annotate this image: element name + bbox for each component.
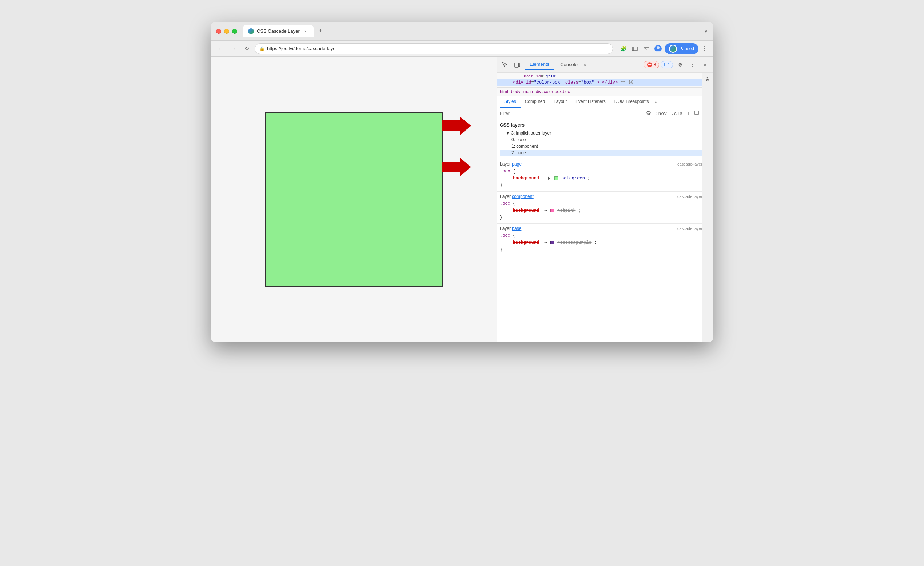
layer-base-prefix: Layer base (500, 226, 521, 231)
layer-base-link[interactable]: base (512, 226, 521, 231)
css-selector-page: .box (500, 169, 510, 174)
css-value-hotpink: hotpink (557, 208, 576, 213)
breadcrumb-body[interactable]: body (511, 89, 520, 94)
svg-rect-8 (518, 64, 520, 66)
device-toggle-button[interactable] (512, 60, 522, 70)
color-swatch-palegreen[interactable] (554, 176, 558, 180)
traffic-lights (216, 29, 237, 34)
css-rule-base: .box { background :→ rebeccapurple ; } (500, 233, 710, 254)
profile-icon[interactable] (653, 44, 663, 54)
devtools-icon[interactable] (630, 44, 640, 54)
layer-triangle: ▼ (506, 131, 511, 136)
cls-button[interactable]: .cls (670, 110, 684, 117)
cast-icon[interactable] (641, 44, 651, 54)
subtab-styles[interactable]: Styles (500, 96, 520, 108)
traffic-light-yellow[interactable] (224, 29, 229, 34)
dom-selected-element[interactable]: <div id="color-box" class="box" > </div>… (497, 79, 713, 86)
layer-item-base[interactable]: 0: base (500, 137, 710, 143)
layer-item-page[interactable]: 2: page (500, 150, 710, 156)
devtools-settings-button[interactable]: ⚙ (675, 60, 686, 70)
new-stylesheet-button[interactable] (693, 110, 700, 117)
paused-label: Paused (679, 46, 694, 51)
tab-elements[interactable]: Elements (525, 59, 554, 70)
subtab-layout[interactable]: Layout (549, 96, 571, 108)
reload-button[interactable]: ↻ (242, 44, 252, 54)
style-rule-component-header: Layer component cascade-layer:322 (500, 194, 710, 199)
color-swatch-hotpink[interactable] (550, 209, 554, 212)
url-bar[interactable]: 🔒 https://jec.fyi/demo/cascade-layer (255, 43, 613, 54)
subtabs-more-button[interactable]: » (655, 99, 658, 105)
devtools-panel: Elements Console » ⛔ 8 ℹ 4 ⚙ ⋮ ✕ (496, 57, 713, 342)
filter-refresh-icon[interactable] (645, 110, 652, 117)
styles-panel: CSS layers ▼ 3: implicit outer layer 0: … (497, 119, 713, 342)
paused-avatar (669, 45, 677, 53)
lock-icon: 🔒 (260, 46, 265, 51)
new-tab-button[interactable]: + (316, 26, 326, 36)
hov-button[interactable]: :hov (654, 110, 668, 117)
devtools-close-button[interactable]: ✕ (700, 60, 710, 70)
element-breadcrumb: html body main div#color-box.box (497, 88, 713, 96)
layer-page-label: 2: page (512, 150, 526, 155)
tab-favicon (248, 29, 254, 34)
layer-component-link[interactable]: component (512, 194, 533, 199)
paused-button[interactable]: Paused (664, 43, 699, 54)
error-badge[interactable]: ⛔ 8 (644, 61, 660, 68)
inspect-element-button[interactable] (500, 60, 510, 70)
svg-rect-10 (695, 111, 699, 114)
css-selector-component: .box (500, 201, 510, 206)
extensions-icon[interactable]: 🧩 (618, 44, 628, 54)
style-rule-base-header: Layer base cascade-layer:317 (500, 226, 710, 231)
forward-button[interactable]: → (228, 44, 238, 54)
subtab-event-listeners[interactable]: Event Listeners (571, 96, 610, 108)
webpage-area (211, 57, 496, 342)
layer-page-link[interactable]: page (512, 162, 522, 167)
tab-close-button[interactable]: × (303, 29, 309, 34)
svg-rect-7 (515, 63, 518, 67)
style-rule-page: Layer page cascade-layer:312 .box { back… (497, 159, 713, 192)
layer-item-outer[interactable]: ▼ 3: implicit outer layer (500, 130, 710, 137)
traffic-light-red[interactable] (216, 29, 221, 34)
breadcrumb-main[interactable]: main (524, 89, 533, 94)
devtools-more-tabs[interactable]: » (584, 62, 586, 68)
address-bar: ← → ↻ 🔒 https://jec.fyi/demo/cascade-lay… (211, 41, 713, 57)
devtools-badges: ⛔ 8 ℹ 4 (644, 61, 673, 68)
styles-toolbar: :hov .cls + (497, 108, 713, 119)
devtools-more-options-button[interactable]: ⋮ (687, 60, 698, 70)
accessibility-panel: ♿ (702, 73, 713, 342)
add-style-button[interactable]: + (686, 110, 691, 117)
filter-input[interactable] (500, 111, 643, 116)
url-text: https://jec.fyi/demo/cascade-layer (267, 46, 337, 51)
layer-component-prefix: Layer component (500, 194, 534, 199)
breadcrumb-html[interactable]: html (500, 89, 508, 94)
subtab-dom-breakpoints[interactable]: DOM Breakpoints (610, 96, 653, 108)
breadcrumb-div[interactable]: div#color-box.box (536, 89, 570, 94)
css-prop-background-base[interactable]: background (513, 240, 539, 245)
accessibility-icon[interactable]: ♿ (706, 76, 710, 83)
triangle-icon (548, 176, 550, 180)
css-prop-background-page[interactable]: background (513, 176, 539, 181)
css-prop-background-component[interactable]: background (513, 208, 539, 213)
info-badge[interactable]: ℹ 4 (661, 61, 673, 68)
svg-rect-0 (632, 47, 638, 51)
layer-item-component[interactable]: 1: component (500, 143, 710, 150)
css-layers-title: CSS layers (500, 122, 710, 128)
back-button[interactable]: ← (215, 44, 225, 54)
svg-marker-5 (442, 117, 471, 135)
color-swatch-rebeccapurple[interactable] (550, 241, 554, 245)
css-rule-page: .box { background : palegreen ; } (500, 168, 710, 189)
info-icon: ℹ (664, 62, 666, 67)
svg-point-4 (657, 46, 660, 49)
dom-parent-truncated: ... main id="grid" (500, 74, 710, 79)
traffic-light-green[interactable] (232, 29, 237, 34)
info-count: 4 (667, 62, 670, 67)
subtab-computed[interactable]: Computed (520, 96, 549, 108)
layer-component-label: 1: component (512, 144, 538, 149)
arrow-css-layers (442, 117, 471, 135)
browser-tab-active[interactable]: CSS Cascade Layer × (243, 25, 314, 38)
style-rule-component: Layer component cascade-layer:322 .box {… (497, 192, 713, 224)
tab-overflow-button[interactable]: ∨ (704, 29, 708, 34)
error-count: 8 (654, 62, 656, 67)
browser-menu-button[interactable]: ⋮ (700, 44, 709, 54)
css-selector-base: .box (500, 233, 510, 238)
tab-console[interactable]: Console (555, 60, 583, 69)
